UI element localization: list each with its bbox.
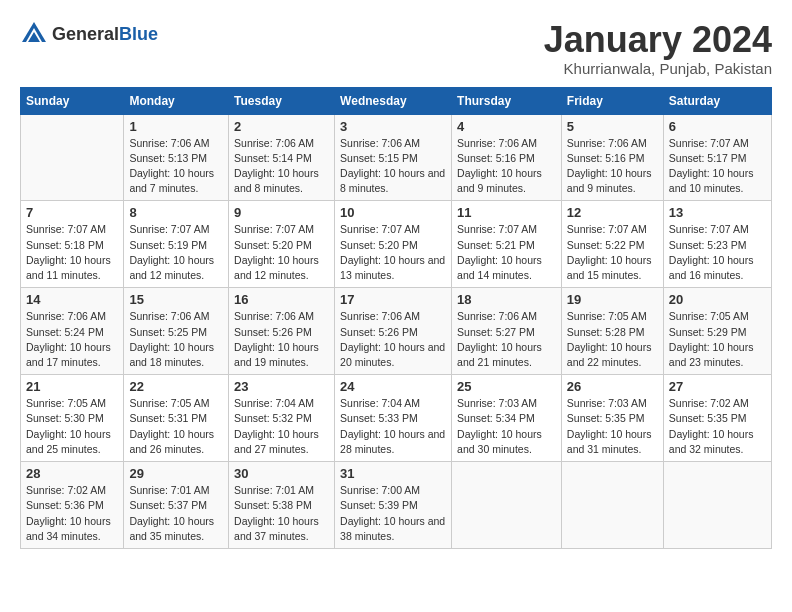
- day-number: 14: [26, 292, 118, 307]
- calendar-cell-w4-d5: 25 Sunrise: 7:03 AMSunset: 5:34 PMDaylig…: [452, 375, 562, 462]
- header-wednesday: Wednesday: [335, 87, 452, 114]
- day-info: Sunrise: 7:06 AMSunset: 5:14 PMDaylight:…: [234, 136, 329, 197]
- calendar-cell-w2-d5: 11 Sunrise: 7:07 AMSunset: 5:21 PMDaylig…: [452, 201, 562, 288]
- day-number: 2: [234, 119, 329, 134]
- logo-general: General: [52, 24, 119, 44]
- day-number: 12: [567, 205, 658, 220]
- calendar-cell-w3-d4: 17 Sunrise: 7:06 AMSunset: 5:26 PMDaylig…: [335, 288, 452, 375]
- day-info: Sunrise: 7:07 AMSunset: 5:22 PMDaylight:…: [567, 222, 658, 283]
- header-sunday: Sunday: [21, 87, 124, 114]
- calendar-cell-w4-d3: 23 Sunrise: 7:04 AMSunset: 5:32 PMDaylig…: [229, 375, 335, 462]
- day-number: 7: [26, 205, 118, 220]
- day-info: Sunrise: 7:01 AMSunset: 5:37 PMDaylight:…: [129, 483, 223, 544]
- header-thursday: Thursday: [452, 87, 562, 114]
- calendar-cell-w1-d6: 5 Sunrise: 7:06 AMSunset: 5:16 PMDayligh…: [561, 114, 663, 201]
- day-number: 25: [457, 379, 556, 394]
- day-number: 28: [26, 466, 118, 481]
- calendar-cell-w1-d5: 4 Sunrise: 7:06 AMSunset: 5:16 PMDayligh…: [452, 114, 562, 201]
- calendar-cell-w2-d7: 13 Sunrise: 7:07 AMSunset: 5:23 PMDaylig…: [663, 201, 771, 288]
- calendar-cell-w4-d6: 26 Sunrise: 7:03 AMSunset: 5:35 PMDaylig…: [561, 375, 663, 462]
- day-info: Sunrise: 7:03 AMSunset: 5:35 PMDaylight:…: [567, 396, 658, 457]
- day-info: Sunrise: 7:05 AMSunset: 5:30 PMDaylight:…: [26, 396, 118, 457]
- subtitle: Khurrianwala, Punjab, Pakistan: [544, 60, 772, 77]
- day-number: 4: [457, 119, 556, 134]
- day-info: Sunrise: 7:07 AMSunset: 5:21 PMDaylight:…: [457, 222, 556, 283]
- title-block: January 2024 Khurrianwala, Punjab, Pakis…: [544, 20, 772, 77]
- calendar-cell-w2-d4: 10 Sunrise: 7:07 AMSunset: 5:20 PMDaylig…: [335, 201, 452, 288]
- calendar-cell-w5-d2: 29 Sunrise: 7:01 AMSunset: 5:37 PMDaylig…: [124, 462, 229, 549]
- calendar-week-3: 14 Sunrise: 7:06 AMSunset: 5:24 PMDaylig…: [21, 288, 772, 375]
- calendar-cell-w4-d7: 27 Sunrise: 7:02 AMSunset: 5:35 PMDaylig…: [663, 375, 771, 462]
- day-info: Sunrise: 7:07 AMSunset: 5:23 PMDaylight:…: [669, 222, 766, 283]
- day-number: 1: [129, 119, 223, 134]
- day-info: Sunrise: 7:07 AMSunset: 5:20 PMDaylight:…: [340, 222, 446, 283]
- day-number: 19: [567, 292, 658, 307]
- day-info: Sunrise: 7:06 AMSunset: 5:26 PMDaylight:…: [340, 309, 446, 370]
- day-number: 24: [340, 379, 446, 394]
- header-tuesday: Tuesday: [229, 87, 335, 114]
- calendar-cell-w4-d4: 24 Sunrise: 7:04 AMSunset: 5:33 PMDaylig…: [335, 375, 452, 462]
- calendar-cell-w5-d3: 30 Sunrise: 7:01 AMSunset: 5:38 PMDaylig…: [229, 462, 335, 549]
- day-info: Sunrise: 7:05 AMSunset: 5:28 PMDaylight:…: [567, 309, 658, 370]
- calendar-week-5: 28 Sunrise: 7:02 AMSunset: 5:36 PMDaylig…: [21, 462, 772, 549]
- day-number: 23: [234, 379, 329, 394]
- calendar-week-4: 21 Sunrise: 7:05 AMSunset: 5:30 PMDaylig…: [21, 375, 772, 462]
- main-title: January 2024: [544, 20, 772, 60]
- day-info: Sunrise: 7:06 AMSunset: 5:16 PMDaylight:…: [567, 136, 658, 197]
- day-number: 10: [340, 205, 446, 220]
- calendar-cell-w1-d1: [21, 114, 124, 201]
- day-number: 21: [26, 379, 118, 394]
- day-number: 30: [234, 466, 329, 481]
- day-number: 15: [129, 292, 223, 307]
- day-number: 29: [129, 466, 223, 481]
- day-number: 17: [340, 292, 446, 307]
- logo-icon: [20, 20, 48, 48]
- day-number: 3: [340, 119, 446, 134]
- day-number: 26: [567, 379, 658, 394]
- calendar-cell-w2-d2: 8 Sunrise: 7:07 AMSunset: 5:19 PMDayligh…: [124, 201, 229, 288]
- calendar-cell-w3-d3: 16 Sunrise: 7:06 AMSunset: 5:26 PMDaylig…: [229, 288, 335, 375]
- day-info: Sunrise: 7:05 AMSunset: 5:31 PMDaylight:…: [129, 396, 223, 457]
- day-info: Sunrise: 7:07 AMSunset: 5:17 PMDaylight:…: [669, 136, 766, 197]
- header-monday: Monday: [124, 87, 229, 114]
- day-number: 22: [129, 379, 223, 394]
- calendar-cell-w1-d7: 6 Sunrise: 7:07 AMSunset: 5:17 PMDayligh…: [663, 114, 771, 201]
- day-number: 6: [669, 119, 766, 134]
- day-info: Sunrise: 7:07 AMSunset: 5:20 PMDaylight:…: [234, 222, 329, 283]
- calendar-cell-w5-d1: 28 Sunrise: 7:02 AMSunset: 5:36 PMDaylig…: [21, 462, 124, 549]
- day-number: 13: [669, 205, 766, 220]
- day-info: Sunrise: 7:04 AMSunset: 5:33 PMDaylight:…: [340, 396, 446, 457]
- calendar-cell-w2-d6: 12 Sunrise: 7:07 AMSunset: 5:22 PMDaylig…: [561, 201, 663, 288]
- day-number: 9: [234, 205, 329, 220]
- logo: GeneralBlue: [20, 20, 158, 48]
- calendar-cell-w5-d5: [452, 462, 562, 549]
- day-number: 16: [234, 292, 329, 307]
- day-info: Sunrise: 7:07 AMSunset: 5:19 PMDaylight:…: [129, 222, 223, 283]
- day-info: Sunrise: 7:00 AMSunset: 5:39 PMDaylight:…: [340, 483, 446, 544]
- header-saturday: Saturday: [663, 87, 771, 114]
- day-info: Sunrise: 7:01 AMSunset: 5:38 PMDaylight:…: [234, 483, 329, 544]
- calendar-cell-w4-d1: 21 Sunrise: 7:05 AMSunset: 5:30 PMDaylig…: [21, 375, 124, 462]
- calendar-cell-w3-d6: 19 Sunrise: 7:05 AMSunset: 5:28 PMDaylig…: [561, 288, 663, 375]
- calendar-cell-w5-d6: [561, 462, 663, 549]
- calendar-cell-w4-d2: 22 Sunrise: 7:05 AMSunset: 5:31 PMDaylig…: [124, 375, 229, 462]
- calendar-cell-w3-d5: 18 Sunrise: 7:06 AMSunset: 5:27 PMDaylig…: [452, 288, 562, 375]
- day-info: Sunrise: 7:02 AMSunset: 5:36 PMDaylight:…: [26, 483, 118, 544]
- calendar-week-1: 1 Sunrise: 7:06 AMSunset: 5:13 PMDayligh…: [21, 114, 772, 201]
- day-info: Sunrise: 7:04 AMSunset: 5:32 PMDaylight:…: [234, 396, 329, 457]
- day-info: Sunrise: 7:06 AMSunset: 5:16 PMDaylight:…: [457, 136, 556, 197]
- calendar-cell-w3-d7: 20 Sunrise: 7:05 AMSunset: 5:29 PMDaylig…: [663, 288, 771, 375]
- day-info: Sunrise: 7:06 AMSunset: 5:27 PMDaylight:…: [457, 309, 556, 370]
- page-header: GeneralBlue January 2024 Khurrianwala, P…: [20, 20, 772, 77]
- calendar-cell-w5-d4: 31 Sunrise: 7:00 AMSunset: 5:39 PMDaylig…: [335, 462, 452, 549]
- calendar-cell-w3-d2: 15 Sunrise: 7:06 AMSunset: 5:25 PMDaylig…: [124, 288, 229, 375]
- day-number: 20: [669, 292, 766, 307]
- calendar-cell-w2-d3: 9 Sunrise: 7:07 AMSunset: 5:20 PMDayligh…: [229, 201, 335, 288]
- calendar-cell-w2-d1: 7 Sunrise: 7:07 AMSunset: 5:18 PMDayligh…: [21, 201, 124, 288]
- calendar-header-row: Sunday Monday Tuesday Wednesday Thursday…: [21, 87, 772, 114]
- day-info: Sunrise: 7:06 AMSunset: 5:26 PMDaylight:…: [234, 309, 329, 370]
- day-info: Sunrise: 7:06 AMSunset: 5:15 PMDaylight:…: [340, 136, 446, 197]
- day-number: 8: [129, 205, 223, 220]
- day-number: 27: [669, 379, 766, 394]
- calendar-cell-w1-d3: 2 Sunrise: 7:06 AMSunset: 5:14 PMDayligh…: [229, 114, 335, 201]
